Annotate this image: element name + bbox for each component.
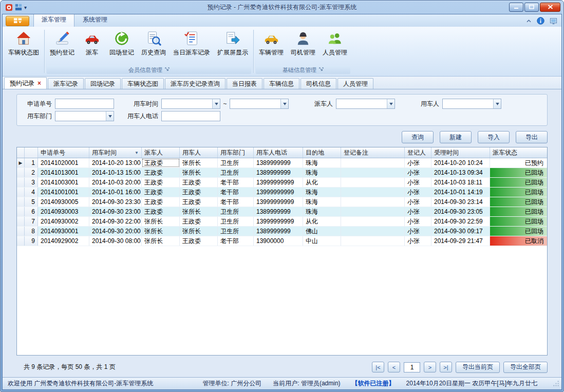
apply-no-input[interactable] xyxy=(55,99,114,109)
export-all-pages-button[interactable]: 导出全部页 xyxy=(503,362,548,373)
table-row[interactable]: 3 20141003001 2014-10-03 20:00 王政委 王政委 老… xyxy=(17,178,547,188)
document-tab[interactable]: 人员管理 × xyxy=(337,78,373,89)
dialog-launcher-icon[interactable] xyxy=(319,67,324,73)
cell-registrar[interactable]: 小张 xyxy=(405,188,431,197)
column-header-remark[interactable]: 登记备注 xyxy=(341,147,405,158)
table-row[interactable]: 2 20141013001 2014-10-13 15:00 王政委 张所长 卫… xyxy=(17,168,547,178)
cell-accept-time[interactable]: 2014-09-29 21:47 xyxy=(431,236,490,246)
cell-status[interactable]: 已回场 xyxy=(490,227,547,236)
cell-accept-time[interactable]: 2014-09-30 23:14 xyxy=(431,197,490,207)
column-header-status[interactable]: 派车状态 xyxy=(490,147,547,158)
cell-status[interactable]: 已回场 xyxy=(490,217,547,226)
cell-phone[interactable]: 1389999999 xyxy=(254,158,303,167)
column-header-accept-time[interactable]: 受理时间 xyxy=(431,147,490,158)
ribbon-button[interactable]: 车辆管理 xyxy=(255,28,287,59)
combo-arrow-icon[interactable] xyxy=(493,99,501,108)
cell-user[interactable]: 王政委 xyxy=(180,236,218,246)
cell-destination[interactable]: 中山 xyxy=(303,236,341,246)
cell-remark[interactable] xyxy=(341,188,405,197)
cell-department[interactable]: 老干部 xyxy=(218,236,254,246)
column-header-apply-no[interactable]: 申请单号 xyxy=(38,147,89,158)
resize-grip-icon[interactable] xyxy=(553,380,559,387)
cell-use-time[interactable]: 2014-09-30 20:00 xyxy=(89,227,142,236)
cell-use-time[interactable]: 2014-10-13 15:00 xyxy=(89,168,142,177)
app-menu-button[interactable] xyxy=(6,16,29,26)
help-icon[interactable] xyxy=(537,17,544,25)
cell-status[interactable]: 已回场 xyxy=(490,207,547,216)
cell-registrar[interactable]: 小张 xyxy=(405,178,431,187)
cell-apply-no[interactable]: 20140930002 xyxy=(38,217,89,226)
query-button[interactable]: 查询 xyxy=(402,131,434,143)
export-current-page-button[interactable]: 导出当前页 xyxy=(456,362,500,373)
table-row[interactable]: 5 20140930005 2014-09-30 23:30 王政委 王政委 老… xyxy=(17,197,547,207)
document-tab[interactable]: 派车历史记录查询 × xyxy=(165,78,225,89)
column-header-registrar[interactable]: 登记人 xyxy=(405,147,431,158)
cell-phone[interactable]: 1389999999 xyxy=(254,227,303,236)
document-tab[interactable]: 派车记录 × xyxy=(48,78,84,89)
cell-status[interactable]: 已预约 xyxy=(490,158,547,167)
department-combo[interactable] xyxy=(55,111,114,121)
cell-registrar[interactable]: 小张 xyxy=(405,217,431,226)
column-header-phone[interactable]: 用车人电话 xyxy=(254,147,303,158)
cell-use-time[interactable]: 2014-09-30 22:00 xyxy=(89,217,142,226)
cell-apply-no[interactable]: 20141003001 xyxy=(38,178,89,187)
cell-user[interactable]: 王政委 xyxy=(180,217,218,226)
cell-user[interactable]: 王政委 xyxy=(180,197,218,207)
cell-accept-time[interactable]: 2014-09-30 23:05 xyxy=(431,207,490,216)
cell-dispatcher[interactable]: 王政委 xyxy=(142,168,180,177)
document-tab[interactable]: 回场记录 × xyxy=(85,78,121,89)
column-header-use-time[interactable]: 用车时间 ▼ xyxy=(89,147,142,158)
user-combo[interactable] xyxy=(442,99,501,109)
cell-remark[interactable] xyxy=(341,207,405,216)
ribbon-button[interactable]: 历史查询 xyxy=(138,28,170,59)
next-page-button[interactable]: > xyxy=(424,362,436,372)
cell-destination[interactable]: 佛山 xyxy=(303,227,341,236)
cell-use-time[interactable]: 2014-09-30 08:00 xyxy=(89,236,142,246)
ribbon-button[interactable]: 司机管理 xyxy=(287,28,319,59)
maximize-button[interactable] xyxy=(524,3,539,12)
cell-destination[interactable]: 珠海 xyxy=(303,158,341,167)
cell-apply-no[interactable]: 20141013001 xyxy=(38,168,89,177)
ribbon-button[interactable]: 派车 xyxy=(78,28,106,59)
prev-page-button[interactable]: < xyxy=(388,362,400,372)
cell-accept-time[interactable]: 2014-10-01 14:19 xyxy=(431,188,490,197)
cell-remark[interactable] xyxy=(341,227,405,236)
cell-dispatcher[interactable]: 张所长 xyxy=(142,236,180,246)
cell-status[interactable]: 已回场 xyxy=(490,197,547,207)
table-row[interactable]: 7 20140930002 2014-09-30 22:00 张所长 王政委 卫… xyxy=(17,217,547,227)
cell-remark[interactable] xyxy=(341,217,405,226)
cell-department[interactable]: 卫生所 xyxy=(218,158,254,167)
combo-arrow-icon[interactable] xyxy=(280,99,288,108)
collapse-ribbon-icon[interactable] xyxy=(526,19,532,23)
cell-status[interactable]: 已取消 xyxy=(490,236,547,246)
table-row[interactable]: 9 20140929002 2014-09-30 08:00 张所长 王政委 老… xyxy=(17,236,547,246)
license-link[interactable]: 【软件已注册】 xyxy=(352,379,395,388)
cell-phone[interactable]: 13999999999 xyxy=(254,188,303,197)
create-button[interactable]: 新建 xyxy=(440,131,472,143)
column-header-dispatcher[interactable]: 派车人 xyxy=(142,147,180,158)
cell-apply-no[interactable]: 20140930005 xyxy=(38,197,89,207)
cell-phone[interactable]: 13999999999 xyxy=(254,178,303,187)
table-row[interactable]: 6 20140930003 2014-09-30 23:00 王政委 张所长 卫… xyxy=(17,207,547,217)
cell-dispatcher[interactable]: 王政委 xyxy=(142,207,180,216)
cell-dispatcher[interactable]: 王政委 xyxy=(142,158,180,167)
last-page-button[interactable]: >| xyxy=(440,362,452,372)
use-time-to-combo[interactable] xyxy=(230,99,289,109)
cell-user[interactable]: 张所长 xyxy=(180,158,218,167)
minimize-button[interactable] xyxy=(509,3,523,12)
cell-destination[interactable]: 珠海 xyxy=(303,188,341,197)
cell-apply-no[interactable]: 20140929002 xyxy=(38,236,89,246)
combo-arrow-icon[interactable] xyxy=(106,111,114,121)
cell-department[interactable]: 卫生所 xyxy=(218,207,254,216)
cell-dispatcher[interactable]: 王政委 xyxy=(142,197,180,207)
cell-dispatcher[interactable]: 张所长 xyxy=(142,227,180,236)
first-page-button[interactable]: |< xyxy=(372,362,384,372)
combo-arrow-icon[interactable] xyxy=(387,99,394,108)
cell-apply-no[interactable]: 20141001001 xyxy=(38,188,89,197)
column-header-department[interactable]: 用车部门 xyxy=(218,147,254,158)
document-tab[interactable]: 当日报表 × xyxy=(227,78,262,89)
document-tab[interactable]: 司机信息 × xyxy=(300,78,336,89)
table-row[interactable]: 8 20140930001 2014-09-30 20:00 张所长 张所长 卫… xyxy=(17,227,547,236)
ribbon-button[interactable]: 回场登记 xyxy=(106,28,138,59)
dispatcher-combo[interactable] xyxy=(336,99,395,109)
